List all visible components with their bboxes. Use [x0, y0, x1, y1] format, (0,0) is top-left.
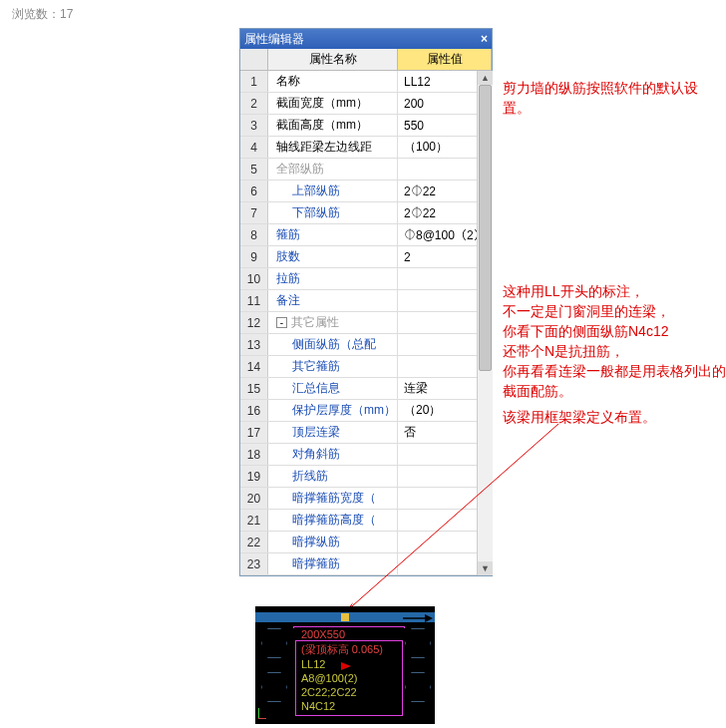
- row-number: 17: [240, 422, 268, 443]
- row-number: 12: [240, 312, 268, 333]
- scroll-track[interactable]: [478, 85, 493, 561]
- row-number: 15: [240, 378, 268, 399]
- close-icon[interactable]: ×: [481, 32, 488, 46]
- scroll-up-icon[interactable]: ▲: [478, 71, 493, 85]
- property-name: 暗撑箍筋宽度（: [268, 488, 398, 509]
- property-name: 全部纵筋: [268, 159, 398, 180]
- table-row[interactable]: 10拉筋: [240, 268, 492, 290]
- property-name: 顶层连梁: [268, 422, 398, 443]
- table-row[interactable]: 20暗撑箍筋宽度（: [240, 488, 492, 510]
- row-number: 9: [240, 246, 268, 267]
- row-number: 7: [240, 202, 268, 223]
- col-name-header: 属性名称: [268, 49, 398, 70]
- table-row[interactable]: 18对角斜筋: [240, 444, 492, 466]
- panel-title: 属性编辑器: [244, 31, 304, 48]
- svg-marker-4: [341, 662, 351, 670]
- table-row[interactable]: 17顶层连梁否: [240, 422, 492, 444]
- cad-text-dim: 200X550: [301, 628, 345, 640]
- table-row[interactable]: 5全部纵筋: [240, 159, 492, 181]
- red-arrow-icon: [341, 662, 351, 672]
- property-name: 肢数: [268, 246, 398, 267]
- collapse-icon[interactable]: -: [276, 317, 287, 328]
- row-number: 19: [240, 466, 268, 487]
- vertical-scrollbar[interactable]: ▲ ▼: [477, 71, 493, 575]
- table-row[interactable]: 11备注: [240, 290, 492, 312]
- row-number: 18: [240, 444, 268, 465]
- table-row[interactable]: 13侧面纵筋（总配: [240, 334, 492, 356]
- row-number: 5: [240, 159, 268, 180]
- row-number: 20: [240, 488, 268, 509]
- col-value-header: 属性值: [398, 49, 492, 70]
- row-number: 6: [240, 181, 268, 201]
- property-name: 暗撑箍筋高度（: [268, 510, 398, 531]
- table-row[interactable]: 6上部纵筋2⏀22: [240, 181, 492, 202]
- row-number: 10: [240, 268, 268, 289]
- property-name: 侧面纵筋（总配: [268, 334, 398, 355]
- cad-preview: 200X550 (梁顶标高 0.065) LL12 A8@100(2) 2C22…: [255, 606, 435, 724]
- table-row[interactable]: 23暗撑箍筋: [240, 553, 492, 575]
- titlebar[interactable]: 属性编辑器 ×: [240, 29, 492, 49]
- hex-shape: [405, 672, 431, 702]
- table-row[interactable]: 1名称LL12: [240, 71, 492, 93]
- table-row[interactable]: 7下部纵筋2⏀22: [240, 202, 492, 224]
- row-number: 22: [240, 532, 268, 552]
- property-name: 截面宽度（mm）: [268, 93, 398, 114]
- property-name: 拉筋: [268, 268, 398, 289]
- table-row[interactable]: 14其它箍筋: [240, 356, 492, 378]
- property-name: 保护层厚度（mm）: [268, 400, 398, 421]
- property-name: 折线筋: [268, 466, 398, 487]
- cad-arrow-icon: [403, 614, 433, 624]
- property-name: 汇总信息: [268, 378, 398, 399]
- row-number: 3: [240, 115, 268, 136]
- property-editor-panel: 属性编辑器 × 属性名称 属性值 1名称LL122截面宽度（mm）2003截面高…: [239, 28, 493, 576]
- col-number-header: [240, 49, 268, 70]
- property-name: 对角斜筋: [268, 444, 398, 465]
- property-name: 暗撑箍筋: [268, 553, 398, 574]
- property-name: -其它属性: [268, 312, 398, 333]
- cad-text-id: LL12: [301, 658, 325, 670]
- row-number: 14: [240, 356, 268, 377]
- row-number: 1: [240, 71, 268, 92]
- table-row[interactable]: 21暗撑箍筋高度（: [240, 510, 492, 532]
- property-name: 暗撑纵筋: [268, 532, 398, 552]
- table-row[interactable]: 9肢数2: [240, 246, 492, 268]
- cad-text-long: 2C22;2C22: [301, 686, 357, 698]
- table-row[interactable]: 16保护层厚度（mm）（20）: [240, 400, 492, 422]
- annotation-1: 剪力墙的纵筋按照软件的默认设置。: [503, 78, 722, 118]
- cad-text-elev: (梁顶标高 0.065): [301, 642, 383, 657]
- scroll-down-icon[interactable]: ▼: [478, 561, 493, 575]
- table-row[interactable]: 22暗撑纵筋: [240, 532, 492, 553]
- header-row: 属性名称 属性值: [240, 49, 492, 71]
- row-number: 16: [240, 400, 268, 421]
- property-name: 轴线距梁左边线距: [268, 137, 398, 158]
- property-name: 箍筋: [268, 224, 398, 245]
- table-row[interactable]: 19折线筋: [240, 466, 492, 488]
- table-row[interactable]: 8箍筋⏀8@100（2）: [240, 224, 492, 246]
- table-row[interactable]: 12-其它属性: [240, 312, 492, 334]
- annotation-2: 这种用LL开头的标注，不一定是门窗洞里的连梁，你看下面的侧面纵筋N4c12还带个…: [503, 281, 726, 401]
- hex-shape: [405, 628, 431, 658]
- cad-text-side: N4C12: [301, 700, 335, 712]
- table-row[interactable]: 2截面宽度（mm）200: [240, 93, 492, 115]
- row-number: 2: [240, 93, 268, 114]
- property-name: 其它箍筋: [268, 356, 398, 377]
- row-number: 23: [240, 553, 268, 574]
- property-grid: 1名称LL122截面宽度（mm）2003截面高度（mm）5504轴线距梁左边线距…: [240, 71, 492, 575]
- property-name: 名称: [268, 71, 398, 92]
- view-count: 浏览数：17: [12, 6, 73, 23]
- table-row[interactable]: 4轴线距梁左边线距（100）: [240, 137, 492, 159]
- row-number: 21: [240, 510, 268, 531]
- svg-marker-3: [425, 614, 433, 622]
- hex-shape: [261, 672, 287, 702]
- row-number: 4: [240, 137, 268, 158]
- hex-shape: [261, 628, 287, 658]
- row-number: 13: [240, 334, 268, 355]
- annotation-3: 该梁用框架梁定义布置。: [503, 407, 722, 427]
- cad-yellow-marker: [341, 613, 349, 621]
- property-name: 上部纵筋: [268, 181, 398, 201]
- table-row[interactable]: 15汇总信息连梁: [240, 378, 492, 400]
- axis-icon: [255, 708, 267, 724]
- table-row[interactable]: 3截面高度（mm）550: [240, 115, 492, 137]
- cad-text-stirrup: A8@100(2): [301, 672, 357, 684]
- scroll-thumb[interactable]: [479, 85, 492, 371]
